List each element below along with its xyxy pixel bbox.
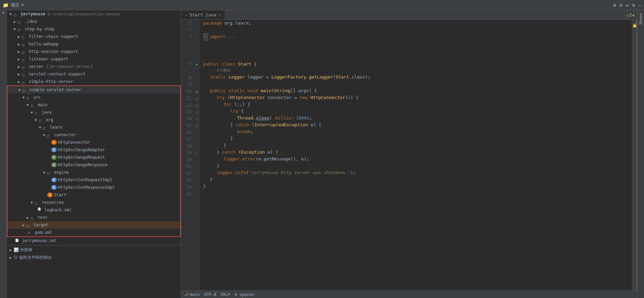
editor-content[interactable]: 1 2 3 7 8 9 10 11 12 13 14 15 16 17 18 1…	[181, 20, 637, 290]
java-icon-httcer: C	[51, 155, 57, 160]
tree-item-org[interactable]: ▼ org	[8, 116, 180, 124]
code-line-10: public static void main(String[] args) {	[203, 87, 632, 94]
section-external-libs[interactable]: ▶ 📊 外部库	[7, 246, 181, 254]
code-line-2	[203, 27, 632, 33]
code-line-9	[203, 81, 632, 87]
minimize-icon[interactable]: —	[639, 2, 641, 8]
tree-item-start[interactable]: C Start	[8, 191, 180, 199]
tree-item-learn[interactable]: ▼ learn	[8, 124, 180, 131]
right-sidebar-icons: Maven	[637, 10, 644, 298]
tree-root[interactable]: ▼ jerrymouse D:\Learning\JavaLearn\jerry…	[7, 10, 181, 18]
folder-icon-connector	[47, 133, 53, 137]
settings-icon[interactable]: ⚙	[632, 2, 635, 8]
tree-item-step-by-step[interactable]: ▼ step-by-step	[7, 25, 181, 33]
code-line-24: }	[203, 183, 632, 190]
code-line-20: logger.error(e.getMessage(), e);	[203, 156, 632, 162]
line-separator[interactable]: CRLF	[220, 292, 230, 297]
code-line-23: }	[203, 176, 632, 183]
shs-label: simple-http-server	[29, 79, 73, 84]
tree-item-httpc[interactable]: C HttpConnector	[8, 139, 180, 146]
sort-icon[interactable]: ⇌	[626, 2, 629, 8]
section-temp-files[interactable]: ▶ 🗒 临时文件和控制台	[7, 254, 181, 261]
tree-item-sss[interactable]: ▼ simple-servlet-server	[8, 86, 180, 94]
code-editor[interactable]: package org.learn; +import ... public cl…	[200, 20, 632, 290]
tree-item-java[interactable]: ▼ java	[8, 109, 180, 116]
java-icon-httceres: C	[51, 162, 57, 167]
encoding[interactable]: UTF-8	[204, 292, 216, 297]
tree-item-target[interactable]: ▶ target	[8, 221, 180, 229]
tree-item-httcer[interactable]: C HttpExchangeRequest	[8, 154, 180, 161]
resources-label: resources	[42, 200, 64, 205]
code-line-7: public class Start {	[203, 61, 632, 68]
tree-item-ls[interactable]: ▶ listener-support	[7, 55, 181, 63]
warning-expand-icon[interactable]: ▲	[632, 13, 634, 17]
tree-item-main[interactable]: ▼ main	[8, 101, 180, 109]
indent[interactable]: 4 spaces	[234, 292, 254, 297]
folder-icon-resources	[35, 200, 40, 204]
tree-item-hw[interactable]: ▶ hello-webapp	[7, 40, 181, 48]
folder-icon-learn	[43, 125, 49, 129]
tab-close-icon[interactable]: ✕	[218, 13, 221, 17]
java-icon-start: C	[47, 193, 53, 197]
run-gutter-10[interactable]: ▶	[193, 88, 200, 95]
tree-item-hsresi[interactable]: C HttpServletResponseImpl	[8, 184, 180, 191]
scs-label: servlet-context-support	[29, 72, 85, 76]
tree-item-hsri[interactable]: C HttpServletRequestImpl	[8, 176, 180, 184]
project-menu[interactable]: 📁 项目 ▼	[3, 2, 24, 8]
hw-label: hello-webapp	[29, 42, 58, 46]
tab-filename: Start.java	[190, 12, 216, 17]
warning-icon: ⚠	[626, 13, 629, 17]
httcea-label: HttpExchangeAdapter	[58, 147, 105, 152]
run-gutter-7[interactable]: ▶	[193, 61, 200, 68]
folder-icon-ls	[22, 57, 27, 61]
connector-label: connector	[54, 132, 76, 137]
tree-item-server[interactable]: ▶ server [jerrymouse-server]	[7, 63, 181, 70]
main-layout: ≡ ▼ jerrymouse D:\Learning\JavaLearn\jer…	[0, 10, 644, 298]
temp-files-label: 临时文件和控制台	[19, 255, 52, 260]
tab-start-java[interactable]: ☕ Start.java ✕	[181, 10, 225, 19]
tree-item-fcs[interactable]: ▶ filter-chain-support	[7, 33, 181, 40]
xml-icon-logback: 📄	[38, 208, 43, 212]
bottom-bar: ⎇ main UTF-8 CRLF 4 spaces	[181, 290, 637, 298]
code-line-16: break;	[203, 128, 632, 135]
tree-item-scs[interactable]: ▶ servlet-context-support	[7, 70, 181, 78]
left-icon-1[interactable]: ≡	[1, 12, 5, 14]
folder-icon-engine	[47, 170, 53, 174]
folder-icon-fcs	[22, 34, 27, 39]
branch-name: main	[190, 292, 200, 297]
tree-item-resources[interactable]: ▼ resources	[8, 199, 180, 206]
java-icon-httpc: C	[51, 140, 57, 145]
tree-item-shs[interactable]: ▶ simple-http-server	[7, 78, 181, 85]
toolbar-icons: ⊕ ≡ ⇌ ⚙ —	[613, 2, 641, 8]
maven-icon[interactable]: Maven	[639, 13, 643, 24]
project-label: 项目	[11, 2, 19, 8]
file-tree-panel: ▼ jerrymouse D:\Learning\JavaLearn\jerry…	[7, 10, 181, 298]
tree-item-iml[interactable]: 📄 jerrymouse.iml	[7, 237, 181, 244]
tree-item-httceres[interactable]: C HttpExchangeResponse	[8, 161, 180, 169]
tree-item-hss[interactable]: ▶ http-session-support	[7, 48, 181, 55]
code-line-6	[203, 54, 632, 61]
git-branch[interactable]: ⎇ main	[184, 292, 200, 297]
folder-icon-shs	[22, 80, 27, 84]
iml-icon: 📄	[15, 239, 21, 243]
tree-item-pom[interactable]: m pom.xml	[8, 229, 180, 236]
tree-item-engine[interactable]: ▼ engine	[8, 169, 180, 176]
code-line-8: static Logger logger = LoggerFactory.get…	[203, 74, 632, 81]
tree-item-test[interactable]: ▶ test	[8, 214, 180, 221]
folder-icon-server	[22, 65, 27, 69]
list-icon[interactable]: ≡	[619, 2, 622, 8]
hsresi-label: HttpServletResponseImpl	[58, 185, 115, 190]
engine-label: engine	[54, 170, 69, 175]
external-libs-label: 外部库	[20, 247, 32, 253]
tree-item-idea[interactable]: ▶ .idea	[7, 18, 181, 25]
tree-item-httcea[interactable]: C HttpExchangeAdapter	[8, 146, 180, 154]
tree-item-src[interactable]: ▼ src	[8, 94, 180, 101]
globe-icon[interactable]: ⊕	[613, 2, 616, 8]
top-bar: 📁 项目 ▼ ⊕ ≡ ⇌ ⚙ —	[0, 0, 644, 10]
external-libs-icon: 📊	[14, 247, 19, 252]
tree-item-connector[interactable]: ▼ connector	[8, 131, 180, 139]
tree-item-logback[interactable]: 📄 logback.xml	[8, 206, 180, 214]
code-line-12: for (;;) {	[203, 101, 632, 108]
folder-icon-test	[31, 215, 36, 219]
code-line-15: } catch (InterruptedException e) {	[203, 122, 632, 128]
